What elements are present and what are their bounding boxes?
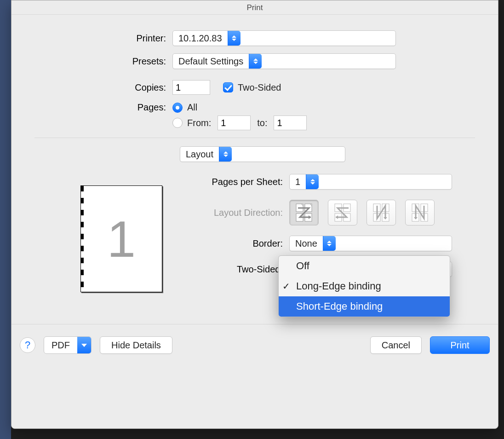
- presets-popup[interactable]: Default Settings: [172, 53, 396, 69]
- dialog-title: Print: [11, 0, 498, 15]
- layout-direction-2[interactable]: [328, 200, 357, 225]
- chevron-down-icon: [77, 337, 91, 353]
- pps-popup[interactable]: 1: [289, 174, 452, 190]
- copies-label: Copies:: [34, 82, 172, 93]
- stepper-icon: [323, 236, 336, 251]
- pdf-menu-button[interactable]: PDF: [44, 336, 92, 354]
- border-popup[interactable]: None: [289, 236, 452, 251]
- menu-item-short-edge[interactable]: Short-Edge binding: [279, 296, 450, 317]
- layout-direction-4[interactable]: [405, 200, 435, 225]
- printer-label: Printer:: [34, 33, 172, 44]
- checkmark-icon: ✓: [282, 281, 290, 292]
- pages-from-label: From:: [187, 118, 211, 128]
- pages-label: Pages:: [34, 102, 172, 113]
- pps-value: 1: [290, 177, 306, 187]
- border-value: None: [290, 238, 323, 249]
- layout-direction-3[interactable]: [367, 200, 396, 225]
- pages-from-input[interactable]: [218, 116, 251, 130]
- pages-all-radio[interactable]: [172, 103, 183, 113]
- cancel-button[interactable]: Cancel: [370, 336, 422, 354]
- printer-popup[interactable]: 10.1.20.83: [172, 30, 396, 46]
- layout-direction-1[interactable]: [289, 200, 319, 225]
- pages-range-radio[interactable]: [172, 118, 183, 128]
- section-popup[interactable]: Layout: [180, 146, 345, 162]
- direction-n-icon: [373, 203, 389, 222]
- presets-value: Default Settings: [173, 56, 249, 67]
- copies-input[interactable]: [172, 80, 210, 95]
- stepper-icon: [306, 174, 319, 189]
- stepper-icon: [228, 31, 241, 46]
- print-button[interactable]: Print: [430, 336, 490, 354]
- two-sided-checkbox-label: Two-Sided: [238, 82, 281, 93]
- separator: [34, 138, 475, 138]
- pages-to-label: to:: [257, 118, 267, 128]
- section-value: Layout: [180, 149, 219, 160]
- printer-value: 10.1.20.83: [173, 33, 228, 44]
- stepper-icon: [219, 147, 232, 162]
- menu-item-off[interactable]: Off: [279, 256, 450, 276]
- two-sided-open-menu: Off ✓ Long-Edge binding Short-Edge bindi…: [278, 255, 450, 317]
- print-dialog: Print Printer: 10.1.20.83 Presets: Defau…: [11, 0, 498, 429]
- hide-details-button[interactable]: Hide Details: [100, 336, 172, 354]
- pages-to-input[interactable]: [274, 116, 307, 130]
- direction-s-icon: [334, 203, 351, 222]
- presets-label: Presets:: [34, 56, 172, 67]
- stepper-icon: [249, 54, 262, 69]
- direction-z-icon: [296, 203, 312, 222]
- pages-all-label: All: [187, 102, 197, 113]
- preview-page-number: 1: [81, 186, 162, 292]
- pdf-label: PDF: [44, 337, 77, 353]
- direction-n2-icon: [412, 203, 428, 222]
- two-sided-checkbox[interactable]: [223, 82, 233, 92]
- help-button[interactable]: ?: [20, 337, 35, 353]
- menu-item-long-edge[interactable]: ✓ Long-Edge binding: [279, 276, 450, 296]
- page-preview: 1: [80, 185, 162, 292]
